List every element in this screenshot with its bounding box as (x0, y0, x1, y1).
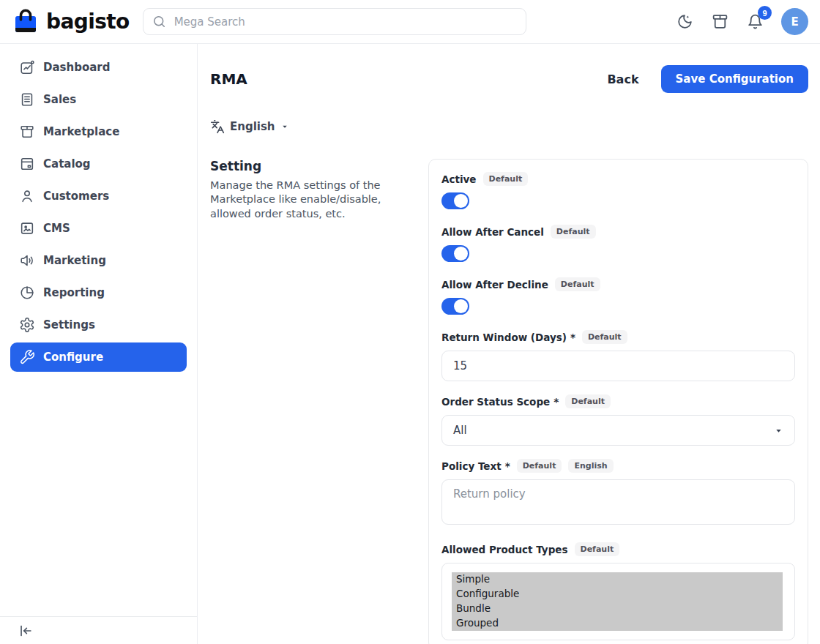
configure-wrench-icon (19, 349, 35, 365)
default-badge: Default (575, 542, 620, 556)
option-bundle[interactable]: Bundle (452, 602, 783, 616)
toggle-knob (454, 299, 468, 313)
translate-icon (210, 119, 225, 134)
dark-mode-button[interactable] (676, 12, 694, 31)
toggle-knob (454, 247, 468, 261)
moon-icon (676, 12, 694, 31)
search-icon (152, 15, 166, 29)
page-title: RMA (210, 70, 247, 88)
reporting-icon (19, 285, 35, 301)
return-window-input[interactable] (441, 351, 795, 381)
sidebar: Dashboard Sales Marketplace Catalog Cust… (0, 44, 198, 644)
required-asterisk: * (554, 396, 559, 408)
topbar: bagisto 9 E (0, 0, 820, 44)
field-label: Active (441, 173, 477, 185)
cms-icon (19, 220, 35, 236)
field-return-window: Return Window (Days) * Default (441, 330, 795, 381)
marketplace-icon (19, 124, 35, 140)
sidebar-item-dashboard[interactable]: Dashboard (10, 53, 187, 82)
collapse-sidebar-icon (18, 623, 34, 639)
locale-switcher[interactable]: English (210, 119, 289, 134)
header-actions: Back Save Configuration (603, 65, 808, 93)
field-order-status-scope: Order Status Scope * Default All (441, 394, 795, 446)
field-label: Allowed Product Types (441, 544, 568, 555)
settings-gear-icon (19, 317, 35, 333)
default-badge: Default (551, 225, 596, 239)
chevron-down-icon (774, 426, 783, 435)
locale-badge: English (568, 459, 613, 473)
sidebar-item-reporting[interactable]: Reporting (10, 278, 187, 307)
field-label-row: Allow After Cancel Default (441, 225, 795, 239)
field-label: Return Window (Days) (441, 332, 567, 343)
sidebar-item-label: Sales (43, 93, 76, 106)
required-asterisk: * (505, 460, 510, 472)
sidebar-item-label: Settings (43, 318, 95, 332)
search-box (143, 8, 526, 35)
back-button[interactable]: Back (603, 72, 643, 87)
sidebar-item-catalog[interactable]: Catalog (10, 149, 187, 179)
bagisto-logo-icon (12, 7, 40, 37)
allow-after-decline-toggle[interactable] (441, 298, 469, 315)
default-badge: Default (517, 459, 562, 473)
field-label: Order Status Scope (441, 396, 550, 408)
field-label-row: Order Status Scope * Default (441, 394, 795, 408)
sidebar-item-sales[interactable]: Sales (10, 85, 187, 114)
section-description: Manage the RMA settings of the Marketpla… (210, 179, 412, 221)
notification-badge: 9 (758, 6, 772, 20)
field-allow-after-cancel: Allow After Cancel Default (441, 225, 795, 262)
sidebar-item-label: CMS (43, 222, 70, 235)
field-label: Allow After Cancel (441, 226, 544, 238)
required-asterisk: * (570, 332, 575, 343)
store-button[interactable] (711, 12, 729, 31)
settings-card: Active Default Allow After Cancel Defaul… (428, 159, 808, 644)
logo[interactable]: bagisto (12, 7, 130, 37)
sidebar-item-label: Configure (43, 351, 103, 364)
sidebar-item-customers[interactable]: Customers (10, 181, 187, 211)
sidebar-item-label: Marketing (43, 254, 106, 267)
option-simple[interactable]: Simple (452, 572, 783, 587)
default-badge: Default (483, 172, 529, 186)
logo-text: bagisto (46, 10, 130, 34)
option-grouped[interactable]: Grouped (452, 616, 783, 631)
section-title: Setting (210, 159, 428, 173)
allow-after-cancel-toggle[interactable] (441, 245, 469, 262)
sidebar-item-marketplace[interactable]: Marketplace (10, 117, 187, 146)
chevron-down-icon (280, 122, 289, 131)
sidebar-item-label: Customers (43, 190, 109, 203)
field-label-row: Allow After Decline Default (441, 277, 795, 291)
locale-label: English (230, 120, 275, 133)
customers-icon (19, 188, 35, 204)
allowed-product-types-select: Simple Configurable Bundle Grouped (441, 563, 795, 640)
sidebar-item-configure[interactable]: Configure (10, 342, 187, 372)
field-label-row: Return Window (Days) * Default (441, 330, 795, 344)
avatar[interactable]: E (781, 8, 808, 35)
sidebar-item-cms[interactable]: CMS (10, 214, 187, 243)
topbar-right: 9 E (676, 8, 808, 35)
notifications-button[interactable]: 9 (746, 12, 764, 31)
field-active: Active Default (441, 172, 795, 209)
sidebar-footer (0, 616, 197, 644)
page-header: RMA Back Save Configuration (210, 65, 808, 93)
option-configurable[interactable]: Configurable (452, 587, 783, 602)
sidebar-item-marketing[interactable]: Marketing (10, 246, 187, 275)
field-allowed-product-types: Allowed Product Types Default Simple Con… (441, 542, 795, 640)
select-value: All (453, 424, 467, 437)
section-info: Setting Manage the RMA settings of the M… (210, 159, 428, 644)
sidebar-item-label: Dashboard (43, 61, 110, 74)
sales-icon (19, 91, 35, 108)
save-configuration-button[interactable]: Save Configuration (661, 65, 808, 93)
default-badge: Default (555, 277, 600, 291)
policy-text-textarea[interactable] (441, 479, 795, 525)
search-input[interactable] (173, 15, 517, 29)
field-allow-after-decline: Allow After Decline Default (441, 277, 795, 315)
order-status-scope-select[interactable]: All (441, 415, 795, 446)
store-icon (711, 12, 729, 31)
active-toggle[interactable] (441, 192, 469, 209)
field-label: Policy Text (441, 460, 502, 472)
content-row: Setting Manage the RMA settings of the M… (210, 159, 808, 644)
sidebar-item-label: Marketplace (43, 125, 119, 138)
collapse-sidebar-button[interactable] (18, 623, 34, 639)
sidebar-item-settings[interactable]: Settings (10, 310, 187, 340)
field-label-row: Allowed Product Types Default (441, 542, 795, 556)
toggle-knob (454, 194, 468, 208)
